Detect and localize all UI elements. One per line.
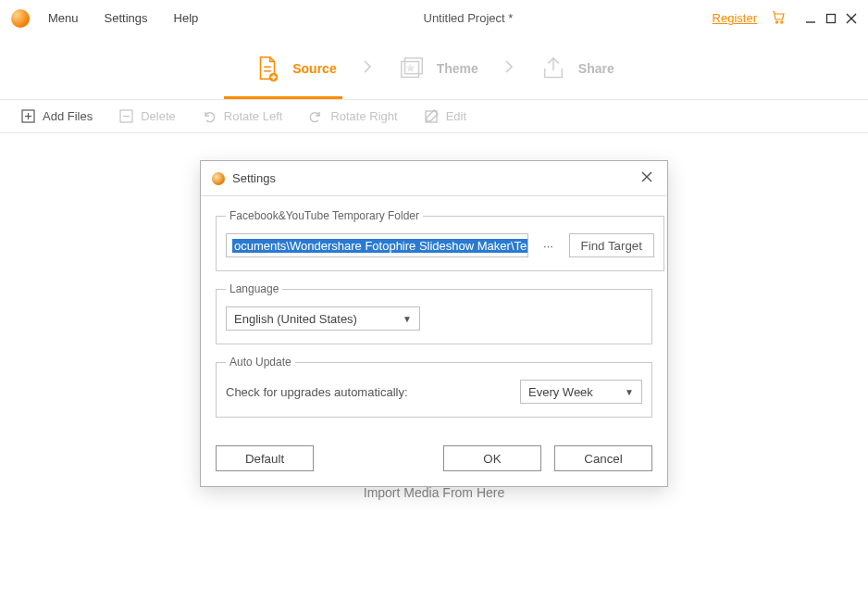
minus-box-icon xyxy=(118,109,133,124)
rotate-left-button: Rotate Left xyxy=(202,109,283,124)
dialog-title: Settings xyxy=(232,171,276,185)
dialog-close-icon[interactable] xyxy=(638,168,656,189)
window-controls xyxy=(805,13,857,24)
register-link[interactable]: Register xyxy=(713,11,757,25)
plus-box-icon xyxy=(20,109,35,124)
update-frequency-select[interactable]: Every Week ▼ xyxy=(520,380,642,404)
app-icon-small xyxy=(212,172,225,185)
stepper: Source Theme Share xyxy=(0,37,868,100)
rotate-left-icon xyxy=(202,109,217,124)
default-button[interactable]: Default xyxy=(216,445,314,471)
edit-icon xyxy=(424,109,439,124)
step-theme[interactable]: Theme xyxy=(398,55,478,82)
dialog-titlebar: Settings xyxy=(201,161,667,196)
share-icon xyxy=(539,55,567,82)
svg-rect-3 xyxy=(827,14,836,22)
edit-button: Edit xyxy=(424,109,466,124)
group-auto-update: Auto Update Check for upgrades automatic… xyxy=(216,356,652,418)
cancel-button[interactable]: Cancel xyxy=(554,445,652,471)
ok-button[interactable]: OK xyxy=(443,445,541,471)
update-frequency-value: Every Week xyxy=(528,385,625,399)
menu-settings[interactable]: Settings xyxy=(105,11,148,25)
menu-help[interactable]: Help xyxy=(174,11,199,25)
theme-icon xyxy=(398,55,426,82)
cart-icon[interactable] xyxy=(770,8,787,28)
import-hint: Import Media From Here xyxy=(0,485,868,500)
temp-folder-input[interactable]: ocuments\Wondershare Fotophire Slideshow… xyxy=(226,233,528,257)
add-files-button[interactable]: Add Files xyxy=(20,109,93,124)
chevron-right-icon xyxy=(363,60,372,76)
step-theme-label: Theme xyxy=(437,61,478,76)
chevron-right-icon-2 xyxy=(504,60,514,76)
svg-point-0 xyxy=(775,21,777,23)
add-files-label: Add Files xyxy=(43,109,93,123)
svg-point-1 xyxy=(781,21,783,23)
toolbar: Add Files Delete Rotate Left Rotate Righ… xyxy=(0,100,868,133)
maximize-icon[interactable] xyxy=(825,13,837,24)
edit-label: Edit xyxy=(446,109,466,123)
rotate-right-button: Rotate Right xyxy=(308,109,397,124)
group-temp-folder: Facebook&YouTube Temporary Folder ocumen… xyxy=(216,209,664,271)
delete-button: Delete xyxy=(118,109,176,124)
svg-rect-8 xyxy=(404,57,422,73)
settings-dialog: Settings Facebook&YouTube Temporary Fold… xyxy=(200,160,668,487)
minimize-icon[interactable] xyxy=(805,13,816,24)
close-icon[interactable] xyxy=(846,13,857,24)
document-add-icon xyxy=(254,55,281,82)
group-language-legend: Language xyxy=(226,282,282,295)
temp-folder-value: ocuments\Wondershare Fotophire Slideshow… xyxy=(232,239,528,253)
chevron-down-icon-2: ▼ xyxy=(625,387,634,397)
project-title: Untitled Project * xyxy=(224,11,712,25)
delete-label: Delete xyxy=(141,109,176,123)
rotate-right-icon xyxy=(308,109,323,124)
group-temp-folder-legend: Facebook&YouTube Temporary Folder xyxy=(226,209,423,222)
app-icon xyxy=(11,9,30,28)
menubar: Menu Settings Help Untitled Project * Re… xyxy=(0,0,868,37)
find-target-button[interactable]: Find Target xyxy=(569,233,654,257)
rotate-right-label: Rotate Right xyxy=(330,109,397,123)
window-right-group: Register xyxy=(713,8,857,28)
step-share-label: Share xyxy=(578,61,614,76)
step-source-label: Source xyxy=(292,61,336,76)
active-step-underline xyxy=(224,96,342,99)
chevron-down-icon: ▼ xyxy=(403,314,412,324)
step-share[interactable]: Share xyxy=(539,55,614,82)
group-auto-update-legend: Auto Update xyxy=(226,356,295,369)
dialog-actions: Default OK Cancel xyxy=(201,445,667,486)
auto-update-label: Check for upgrades automatically: xyxy=(226,385,408,399)
step-source[interactable]: Source xyxy=(254,55,336,82)
language-select-value: English (United States) xyxy=(234,312,403,326)
menu-menu[interactable]: Menu xyxy=(48,11,79,25)
browse-button[interactable]: ··· xyxy=(536,233,562,257)
language-select[interactable]: English (United States) ▼ xyxy=(226,306,420,331)
group-language: Language English (United States) ▼ xyxy=(216,282,652,344)
rotate-left-label: Rotate Left xyxy=(224,109,283,123)
